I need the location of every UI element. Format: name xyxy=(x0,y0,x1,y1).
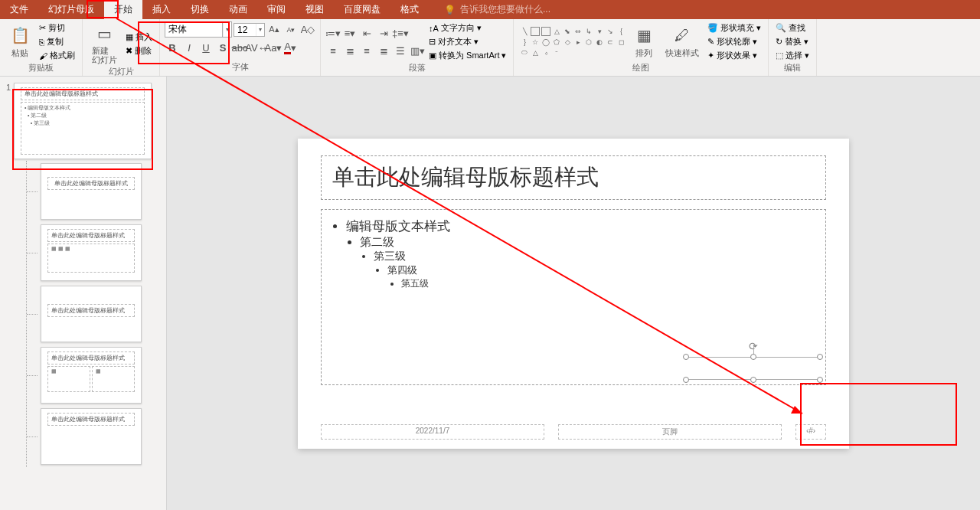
shadow-button[interactable]: S xyxy=(215,40,230,55)
insert-icon: ▦ xyxy=(126,32,133,42)
tell-me-search[interactable]: 💡 告诉我您想要做什么... xyxy=(444,3,550,16)
decrease-font-button[interactable]: A▾ xyxy=(283,22,299,38)
layout-thumbnail[interactable]: 单击此处编辑母版标题样式▦▦ xyxy=(41,347,142,404)
paste-label: 粘贴 xyxy=(11,47,28,59)
resize-handle[interactable] xyxy=(817,377,823,383)
cut-button[interactable]: ✂剪切 xyxy=(37,21,77,34)
clipboard-label: 剪贴板 xyxy=(5,62,77,74)
menu-view[interactable]: 视图 xyxy=(296,0,334,19)
body-level-5: 第五级 xyxy=(401,277,815,290)
line-spacing-button[interactable]: ‡≡▾ xyxy=(393,25,408,41)
slide-canvas[interactable]: 单击此处编辑母版标题样式 编辑母版文本样式 第二级 第三级 第四级 第五级 xyxy=(298,139,849,449)
menu-review[interactable]: 审阅 xyxy=(257,0,296,19)
align-right-button[interactable]: ≡ xyxy=(359,43,374,58)
distribute-button[interactable]: ☰ xyxy=(393,43,408,58)
convert-smartart-button[interactable]: ▣转换为 SmartArt ▾ xyxy=(426,49,508,62)
italic-button[interactable]: I xyxy=(181,40,197,55)
format-painter-button[interactable]: 🖌格式刷 xyxy=(37,49,77,62)
replace-button[interactable]: ↻替换 ▾ xyxy=(773,35,812,48)
resize-handle[interactable] xyxy=(750,377,756,383)
clear-format-button[interactable]: A◇ xyxy=(300,22,315,38)
menu-home[interactable]: 开始 xyxy=(104,0,142,19)
shapes-gallery[interactable]: ╲△⬊⇔↳▾ ↘{}☆◯⬠◇▸ ⬡◐⊂◻⬭△⬨⁼ xyxy=(518,25,627,59)
find-button[interactable]: 🔍查找 xyxy=(773,21,812,34)
menu-slide-master[interactable]: 幻灯片母版 xyxy=(38,0,104,19)
lightbulb-icon: 💡 xyxy=(444,5,456,15)
font-color-button[interactable]: A▾ xyxy=(283,40,298,55)
date-placeholder[interactable]: 2022/11/7 xyxy=(321,424,544,440)
font-name-combo[interactable]: 宋体 ▾ xyxy=(165,21,232,38)
editing-label: 编辑 xyxy=(773,62,812,74)
menu-animations[interactable]: 动画 xyxy=(219,0,257,19)
menu-format[interactable]: 格式 xyxy=(390,0,429,19)
body-level-1: 编辑母版文本样式 第二级 第三级 第四级 第五级 xyxy=(346,217,815,290)
font-label: 字体 xyxy=(165,61,315,74)
text-direction-icon: ↕A xyxy=(429,24,439,33)
quick-styles-icon: 🖊 xyxy=(671,25,693,46)
menu-transitions[interactable]: 切换 xyxy=(181,0,219,19)
menu-file[interactable]: 文件 xyxy=(0,0,38,19)
fill-icon: 🪣 xyxy=(707,23,718,33)
resize-handle[interactable] xyxy=(683,354,689,360)
layout-thumbnail[interactable]: 单击此处编辑母版标题样式▦ ▦ ▦ xyxy=(41,224,142,281)
title-placeholder[interactable]: 单击此处编辑母版标题样式 xyxy=(321,155,826,200)
workspace: 1 单击此处编辑母版标题样式 • 编辑母版文本样式 • 第二级 • 第三级 单击… xyxy=(0,77,980,510)
slide-editor[interactable]: 单击此处编辑母版标题样式 编辑母版文本样式 第二级 第三级 第四级 第五级 xyxy=(167,77,980,510)
copy-button[interactable]: ⎘复制 xyxy=(37,35,77,48)
scissors-icon: ✂ xyxy=(39,23,46,33)
quick-styles-button[interactable]: 🖊 快速样式 xyxy=(661,23,704,60)
increase-font-button[interactable]: A▴ xyxy=(266,22,282,38)
footer-placeholder[interactable]: 页脚 xyxy=(558,424,782,440)
select-button[interactable]: ⬚选择 ▾ xyxy=(773,49,812,62)
underline-button[interactable]: U xyxy=(198,40,214,55)
group-editing: 🔍查找 ↻替换 ▾ ⬚选择 ▾ 编辑 xyxy=(769,19,817,76)
paste-button[interactable]: 📋 粘贴 xyxy=(5,23,35,60)
arrange-button[interactable]: ▦ 排列 xyxy=(629,23,659,60)
align-left-button[interactable]: ≡ xyxy=(325,43,341,58)
decrease-indent-button[interactable]: ⇤ xyxy=(359,25,374,41)
body-level-2: 第二级 第三级 第四级 第五级 xyxy=(360,235,815,290)
new-slide-button[interactable]: ▭ 新建 幻灯片 xyxy=(87,21,122,66)
resize-handle[interactable] xyxy=(683,377,689,383)
effects-icon: ✦ xyxy=(707,51,714,60)
slide-footer-row: 2022/11/7 页脚 ‹#› xyxy=(321,424,826,440)
layout-thumbnail[interactable]: 单击此处编辑母版标题样式 xyxy=(41,163,142,220)
char-spacing-button[interactable]: AV↔ xyxy=(249,40,264,55)
group-slides: ▭ 新建 幻灯片 ▦插入 ✖删除 幻灯片 xyxy=(83,19,160,76)
shape-fill-button[interactable]: 🪣形状填充 ▾ xyxy=(705,21,763,34)
shape-effects-button[interactable]: ✦形状效果 ▾ xyxy=(705,49,763,62)
group-paragraph: ≔▾ ≡▾ ⇤ ⇥ ‡≡▾ ≡ ≣ ≡ ≣ ☰ ▥▾ ↕A文字方向 ▾ ⊟对齐文… xyxy=(321,19,514,76)
thumbnail-panel[interactable]: 1 单击此处编辑母版标题样式 • 编辑母版文本样式 • 第二级 • 第三级 单击… xyxy=(0,77,167,510)
align-center-button[interactable]: ≣ xyxy=(342,43,358,58)
group-clipboard: 📋 粘贴 ✂剪切 ⎘复制 🖌格式刷 剪贴板 xyxy=(0,19,83,76)
body-level-4: 第四级 第五级 xyxy=(387,263,815,290)
selected-object[interactable]: ⟳ xyxy=(686,357,820,380)
resize-handle[interactable] xyxy=(817,354,823,360)
bullets-button[interactable]: ≔▾ xyxy=(325,25,341,41)
menu-insert[interactable]: 插入 xyxy=(142,0,181,19)
justify-button[interactable]: ≣ xyxy=(376,43,391,58)
text-direction-button[interactable]: ↕A文字方向 ▾ xyxy=(426,21,508,34)
new-slide-label: 新建 幻灯片 xyxy=(92,46,117,64)
increase-indent-button[interactable]: ⇥ xyxy=(376,25,391,41)
shape-outline-button[interactable]: ✎形状轮廓 ▾ xyxy=(705,35,763,48)
menu-baidu[interactable]: 百度网盘 xyxy=(334,0,390,19)
layout-thumbnail[interactable]: 单击此处编辑母版标题样式 xyxy=(41,286,142,342)
master-thumbnail[interactable]: 单击此处编辑母版标题样式 • 编辑母版文本样式 • 第二级 • 第三级 xyxy=(14,83,152,159)
change-case-button[interactable]: Aa▾ xyxy=(266,40,281,55)
numbering-button[interactable]: ≡▾ xyxy=(342,25,358,41)
columns-button[interactable]: ▥▾ xyxy=(410,43,425,58)
layout-tree: 单击此处编辑母版标题样式 单击此处编辑母版标题样式▦ ▦ ▦ 单击此处编辑母版标… xyxy=(26,161,166,467)
font-size-combo[interactable]: 12 ▾ xyxy=(234,23,265,37)
resize-handle[interactable] xyxy=(750,354,756,360)
align-text-button[interactable]: ⊟对齐文本 ▾ xyxy=(426,35,508,48)
bold-button[interactable]: B xyxy=(165,40,180,55)
smartart-icon: ▣ xyxy=(429,51,436,60)
delete-slide-button[interactable]: ✖删除 xyxy=(123,44,155,57)
copy-icon: ⎘ xyxy=(39,38,44,47)
paragraph-label: 段落 xyxy=(325,62,508,74)
layout-thumbnail[interactable]: 单击此处编辑母版标题样式 xyxy=(41,408,142,465)
slidenum-placeholder[interactable]: ‹#› xyxy=(795,424,826,440)
insert-slide-button[interactable]: ▦插入 xyxy=(123,31,155,44)
menubar: 文件 幻灯片母版 开始 插入 切换 动画 审阅 视图 百度网盘 格式 💡 告诉我… xyxy=(0,0,980,19)
